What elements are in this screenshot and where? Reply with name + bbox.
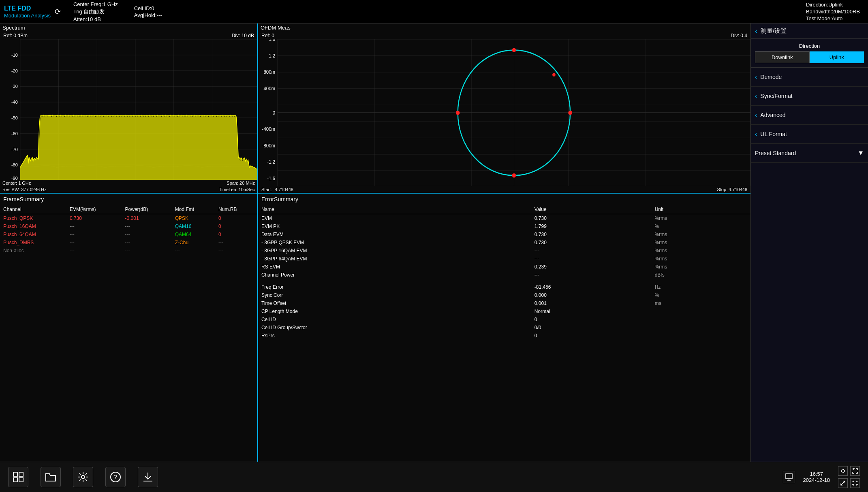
- col-value: Value: [531, 205, 652, 214]
- grid-icon: [13, 472, 24, 482]
- time-display: 16:57: [803, 471, 830, 477]
- footer-help-button[interactable]: ?: [105, 467, 126, 487]
- svg-text:-80: -80: [11, 162, 18, 167]
- preset-standard-row[interactable]: Preset Standard ▼: [751, 144, 868, 163]
- footer-right: 16:57 2024-12-18: [783, 466, 860, 488]
- ul-format-menu-item[interactable]: ‹ UL Format: [751, 125, 868, 144]
- unit-cell: %rms: [652, 247, 750, 255]
- unit-cell: [652, 324, 750, 332]
- footer-settings-button[interactable]: [73, 467, 93, 487]
- diagonal-arrows-icon: [840, 480, 846, 486]
- download-icon: [143, 472, 153, 482]
- svg-rect-63: [19, 478, 23, 482]
- spectrum-footer2: Res BW: 377.0246 Hz TimeLen: 10mSec: [0, 186, 257, 193]
- svg-point-55: [512, 48, 516, 52]
- svg-text:-400m: -400m: [262, 126, 276, 132]
- footer-icon-group: [838, 466, 860, 488]
- footer-extra-button1[interactable]: [838, 478, 848, 488]
- evm-cell: ---: [66, 222, 122, 230]
- direction-buttons: Downlink Uplink: [755, 51, 864, 63]
- freq-group: Center Freq:1 GHz Trig:自由触发 Atten:10 dB: [73, 1, 118, 22]
- sync-format-menu-item[interactable]: ‹ Sync/Format: [751, 87, 868, 106]
- evm-cell: 0.730: [66, 214, 122, 223]
- table-row: Cell ID Group/Swctor 0/0: [258, 324, 750, 332]
- center-freq: Center Freq:1 GHz: [73, 1, 118, 7]
- table-row: EVM 0.730 %rms: [258, 214, 750, 223]
- shrink-icon: [852, 480, 858, 486]
- power-cell: ---: [122, 230, 172, 239]
- svg-rect-68: [786, 474, 792, 479]
- unit-cell: %rms: [652, 255, 750, 263]
- col-name: Name: [258, 205, 531, 214]
- help-icon: ?: [110, 472, 121, 482]
- atten: Atten:10 dB: [73, 16, 118, 22]
- name-cell: - 3GPP 16QAM EVM: [258, 247, 531, 255]
- unit-cell: %: [652, 291, 750, 299]
- svg-text:-50: -50: [11, 115, 18, 120]
- svg-text:0: 0: [273, 110, 276, 116]
- header-right-info: Direction:Uplink Bandwidth:20M/100RB Tes…: [798, 0, 868, 23]
- spectrum-div: Div: 10 dB: [232, 33, 254, 38]
- app-title: LTE FDD Modulation Analysis: [4, 4, 51, 19]
- demode-menu-item[interactable]: ‹ Demode: [751, 68, 868, 87]
- name-cell: Freq Error: [258, 283, 531, 291]
- downlink-button[interactable]: Downlink: [755, 51, 810, 63]
- name-cell: Sync Corr: [258, 291, 531, 299]
- footer: ? 16:57 2024-12-18: [0, 462, 868, 492]
- svg-text:400m: 400m: [263, 85, 275, 92]
- value-cell: 0.001: [531, 299, 652, 307]
- ofdm-panel: OFDM Meas Ref: 0 Div: 0.4: [258, 23, 750, 193]
- error-summary-table: Name Value Unit EVM 0.730 %rms EVM PK 1.…: [258, 205, 750, 340]
- cell-id: Cell ID:0: [134, 5, 162, 11]
- sync-format-chevron-icon: ‹: [755, 92, 757, 100]
- advanced-menu-item[interactable]: ‹ Advanced: [751, 106, 868, 125]
- ul-format-label: UL Format: [760, 131, 787, 137]
- numrb-cell: 0: [215, 230, 257, 239]
- spectrum-title: Spectrum: [0, 23, 257, 32]
- sidebar-header: ‹ 测量/设置: [751, 23, 868, 39]
- footer-download-button[interactable]: [138, 467, 158, 487]
- direction-group: Direction:Uplink Bandwidth:20M/100RB Tes…: [806, 2, 860, 21]
- frame-summary-table: Channel EVM(%rms) Power(dB) Mod.Fmt Num.…: [0, 205, 257, 255]
- footer-extra-button2[interactable]: [850, 478, 860, 488]
- ofdm-ref: Ref: 0: [261, 33, 274, 38]
- numrb-cell: ---: [215, 239, 257, 247]
- advanced-label: Advanced: [760, 112, 785, 118]
- value-cell: ---: [531, 271, 652, 279]
- spectrum-res-bw: Res BW: 377.0246 Hz: [2, 187, 47, 192]
- channel-cell: Pusch_DMRS: [0, 239, 66, 247]
- unit-cell: [652, 332, 750, 340]
- uplink-button[interactable]: Uplink: [810, 51, 864, 63]
- col-modfmt: Mod.Fmt: [172, 205, 215, 214]
- name-cell: - 3GPP QPSK EVM: [258, 239, 531, 247]
- table-row: CP Length Mode Normal: [258, 307, 750, 315]
- ofdm-ref-row: Ref: 0 Div: 0.4: [258, 32, 750, 39]
- footer-grid-button[interactable]: [8, 467, 28, 487]
- unit-cell: [652, 307, 750, 315]
- col-channel: Channel: [0, 205, 66, 214]
- ofdm-svg: 1.6 1.2 800m 400m 0 -400m -800m -1.2 -1.…: [258, 39, 750, 186]
- modfmt-cell: QPSK: [172, 214, 215, 223]
- unit-cell: %: [652, 222, 750, 230]
- value-cell: 0.000: [531, 291, 652, 299]
- modfmt-cell: QAM16: [172, 222, 215, 230]
- svg-point-64: [81, 475, 85, 479]
- sidebar-back-button[interactable]: ‹: [755, 27, 757, 35]
- value-cell: 0.239: [531, 263, 652, 271]
- value-cell: 0.730: [531, 230, 652, 239]
- footer-icon1[interactable]: [783, 471, 795, 483]
- demode-label: Demode: [760, 74, 782, 80]
- power-cell: ---: [122, 222, 172, 230]
- table-row: Non-alloc --- --- --- ---: [0, 247, 257, 255]
- ofdm-stop: Stop: 4.710448: [717, 187, 747, 192]
- footer-expand-button[interactable]: [850, 466, 860, 476]
- refresh-icon[interactable]: ⟳: [55, 7, 61, 16]
- footer-folder-button[interactable]: [41, 467, 61, 487]
- folder-icon: [45, 473, 56, 481]
- power-cell: ---: [122, 239, 172, 247]
- spectrum-center: Center: 1 GHz: [2, 181, 31, 185]
- ofdm-div: Div: 0.4: [731, 33, 747, 38]
- spectrum-chart: -10 -20 -30 -40 -50 -60 -70 -80 -90: [0, 39, 257, 180]
- advanced-chevron-icon: ‹: [755, 111, 757, 119]
- footer-arrows-button[interactable]: [838, 466, 848, 476]
